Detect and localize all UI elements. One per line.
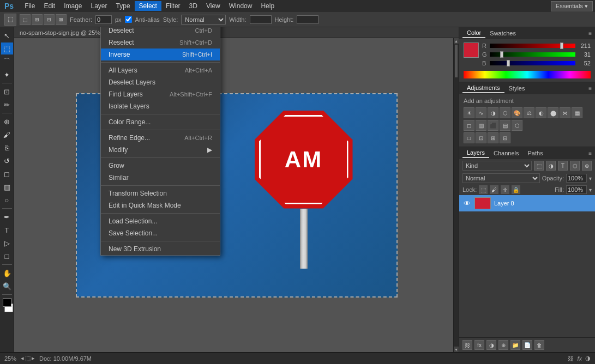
mask-icon[interactable]: ◑: [585, 355, 591, 362]
foreground-color[interactable]: [3, 298, 11, 307]
adj-hue[interactable]: 🎨: [512, 107, 522, 118]
color-tab[interactable]: Color: [462, 28, 485, 38]
menu-type[interactable]: Type: [112, 1, 135, 11]
lock-transparent-btn[interactable]: ⬚: [479, 185, 488, 194]
adj-extra1[interactable]: □: [464, 132, 474, 143]
fill-arrow[interactable]: ▾: [589, 187, 592, 193]
tool-dodge[interactable]: ○: [1, 194, 13, 206]
menu-quick-mask[interactable]: Edit in Quick Mask Mode: [101, 199, 220, 211]
add-style-btn[interactable]: fx: [474, 340, 484, 350]
adj-channel-mixer[interactable]: ⋈: [560, 107, 570, 118]
tool-clone[interactable]: ⎘: [1, 142, 13, 154]
menu-help[interactable]: Help: [256, 1, 279, 11]
kind-smart-icon[interactable]: ⊕: [582, 161, 592, 171]
adj-gradient-map[interactable]: ▤: [500, 120, 510, 131]
tool-eyedropper[interactable]: ✏: [1, 99, 13, 111]
layer-visibility-eye[interactable]: 👁: [462, 199, 471, 208]
tool-move[interactable]: ↖: [1, 29, 13, 41]
menu-inverse[interactable]: Inverse Shift+Ctrl+I: [101, 48, 220, 60]
layers-tab[interactable]: Layers: [462, 148, 489, 158]
adj-bw[interactable]: ◐: [536, 107, 546, 118]
color-swatch[interactable]: [464, 43, 479, 58]
status-next-btn[interactable]: ▸: [32, 355, 35, 362]
r-thumb[interactable]: [560, 43, 563, 49]
tool-pen[interactable]: ✒: [1, 211, 13, 223]
menu-modify[interactable]: Modify ▶: [101, 144, 220, 156]
tool-history-brush[interactable]: ↺: [1, 155, 13, 167]
opacity-input[interactable]: [566, 174, 587, 183]
color-panel-collapse[interactable]: ≡: [588, 31, 592, 37]
new-layer-btn[interactable]: 📄: [522, 340, 532, 350]
tool-gradient[interactable]: ▥: [1, 181, 13, 193]
opacity-arrow[interactable]: ▾: [589, 175, 592, 181]
adj-color-lookup[interactable]: ▦: [572, 107, 582, 118]
lock-image-btn[interactable]: 🖌: [490, 185, 498, 194]
adj-curves[interactable]: ∿: [476, 107, 486, 118]
tool-path-select[interactable]: ▷: [1, 237, 13, 249]
adj-posterize[interactable]: ▥: [476, 120, 486, 131]
adj-colorbalance[interactable]: ⚖: [524, 107, 534, 118]
add-mask-btn[interactable]: ◑: [486, 340, 496, 350]
adj-vibrance[interactable]: ⬡: [500, 107, 510, 118]
menu-3d[interactable]: 3D: [185, 1, 202, 11]
menu-isolate-layers[interactable]: Isolate Layers: [101, 100, 220, 112]
menu-file[interactable]: File: [20, 1, 39, 11]
menu-edit[interactable]: Edit: [39, 1, 59, 11]
tool-magic-wand[interactable]: ✦: [1, 69, 13, 81]
fill-input[interactable]: [566, 185, 587, 194]
subtract-selection-btn[interactable]: ⊟: [44, 14, 55, 25]
menu-find-layers[interactable]: Find Layers Alt+Shift+Ctrl+F: [101, 88, 220, 100]
menu-select[interactable]: Select: [135, 1, 161, 11]
layers-link-icon[interactable]: ⛓: [568, 355, 574, 362]
adj-extra3[interactable]: ⊞: [488, 132, 498, 143]
add-selection-btn[interactable]: ⊞: [32, 14, 43, 25]
tool-lasso[interactable]: ⌒: [1, 56, 13, 68]
menu-refine-edge[interactable]: Refine Edge... Alt+Ctrl+R: [101, 132, 220, 144]
style-select[interactable]: Normal Fixed Ratio Fixed Size: [181, 15, 226, 25]
adjustments-tab[interactable]: Adjustments: [462, 83, 504, 93]
menu-transform-selection[interactable]: Transform Selection: [101, 187, 220, 199]
delete-layer-btn[interactable]: 🗑: [534, 340, 544, 350]
adj-selective-color[interactable]: ⬡: [512, 120, 522, 131]
scroll-thumb-v[interactable]: [455, 45, 458, 77]
g-slider[interactable]: [490, 52, 575, 57]
kind-shape-icon[interactable]: ⬡: [570, 161, 580, 171]
new-group-btn[interactable]: 📁: [510, 340, 520, 350]
tool-text[interactable]: T: [1, 224, 13, 236]
menu-grow[interactable]: Grow: [101, 160, 220, 172]
menu-reselect[interactable]: Reselect Shift+Ctrl+D: [101, 37, 220, 48]
spectrum-bar[interactable]: [464, 71, 591, 78]
g-thumb[interactable]: [500, 51, 503, 58]
tool-hand[interactable]: ✋: [1, 267, 13, 279]
tool-brush[interactable]: 🖌: [1, 129, 13, 141]
lock-all-btn[interactable]: 🔒: [512, 185, 520, 194]
intersect-selection-btn[interactable]: ⊠: [56, 14, 67, 25]
tool-zoom[interactable]: 🔍: [1, 280, 13, 292]
adj-extra2[interactable]: ⊡: [476, 132, 486, 143]
layers-collapse[interactable]: ≡: [588, 150, 592, 156]
new-adjustment-btn[interactable]: ⊕: [498, 340, 508, 350]
menu-deselect-layers[interactable]: Deselect Layers: [101, 76, 220, 88]
tool-heal[interactable]: ⊕: [1, 116, 13, 128]
styles-tab[interactable]: Styles: [504, 84, 530, 93]
adj-invert[interactable]: ◻: [464, 120, 474, 131]
blend-mode-select[interactable]: Normal: [462, 173, 540, 183]
fx-icon[interactable]: fx: [577, 355, 582, 362]
menu-save-selection[interactable]: Save Selection...: [101, 227, 220, 239]
scroll-up-arrow[interactable]: ▲: [454, 38, 459, 44]
menu-image[interactable]: Image: [59, 1, 86, 11]
swatches-tab[interactable]: Swatches: [485, 29, 520, 38]
scroll-down-arrow[interactable]: ▼: [454, 347, 459, 352]
menu-all-layers[interactable]: All Layers Alt+Ctrl+A: [101, 64, 220, 76]
menu-similar[interactable]: Similar: [101, 172, 220, 184]
antialias-checkbox[interactable]: [125, 16, 132, 23]
kind-select[interactable]: Kind: [462, 161, 532, 171]
adj-brightness[interactable]: ☀: [464, 107, 474, 118]
b-slider[interactable]: [490, 61, 575, 65]
menu-layer[interactable]: Layer: [87, 1, 112, 11]
essentials-button[interactable]: Essentials ▾: [551, 1, 593, 11]
adj-exposure[interactable]: ◑: [488, 107, 498, 118]
status-screen-btn[interactable]: ⬚: [25, 355, 31, 362]
tool-shape[interactable]: □: [1, 250, 13, 262]
tool-crop[interactable]: ⊡: [1, 86, 13, 98]
